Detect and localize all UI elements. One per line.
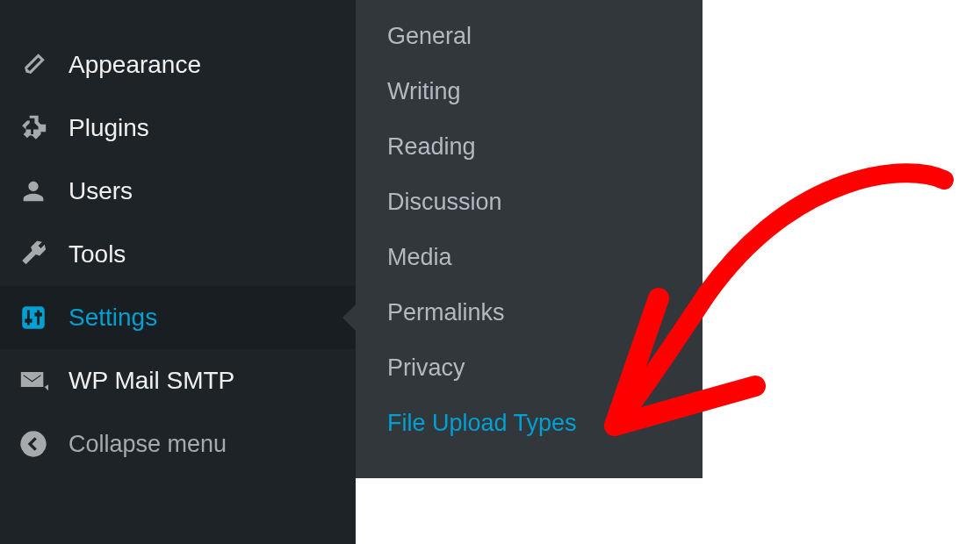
submenu-item-label: Reading — [387, 133, 476, 160]
sidebar-item-label: Appearance — [68, 51, 201, 79]
submenu-item-label: General — [387, 23, 472, 49]
submenu-item-discussion[interactable]: Discussion — [356, 175, 703, 230]
svg-point-5 — [20, 431, 46, 456]
sidebar-item-tools[interactable]: Tools — [0, 223, 356, 286]
svg-rect-3 — [25, 319, 32, 322]
submenu-item-privacy[interactable]: Privacy — [356, 340, 703, 396]
svg-rect-4 — [34, 312, 42, 316]
submenu-item-permalinks[interactable]: Permalinks — [356, 285, 703, 340]
submenu-item-reading[interactable]: Reading — [356, 119, 703, 175]
appearance-icon — [18, 49, 49, 81]
submenu-item-general[interactable]: General — [356, 9, 703, 64]
settings-submenu: General Writing Reading Discussion Media… — [356, 0, 703, 478]
admin-sidebar: Appearance Plugins Users Tools Settings … — [0, 0, 356, 544]
submenu-item-writing[interactable]: Writing — [356, 64, 703, 119]
settings-icon — [18, 302, 49, 333]
collapse-label: Collapse menu — [68, 431, 227, 458]
submenu-item-label: Discussion — [387, 189, 502, 215]
svg-rect-1 — [27, 311, 30, 326]
submenu-item-label: File Upload Types — [387, 410, 577, 436]
submenu-item-label: Privacy — [387, 354, 465, 381]
sidebar-item-label: Settings — [68, 304, 157, 332]
submenu-item-media[interactable]: Media — [356, 230, 703, 285]
sidebar-item-users[interactable]: Users — [0, 160, 356, 223]
sidebar-item-plugins[interactable]: Plugins — [0, 97, 356, 160]
collapse-menu-button[interactable]: Collapse menu — [0, 412, 356, 476]
submenu-item-file-upload-types[interactable]: File Upload Types — [356, 396, 703, 451]
submenu-item-label: Media — [387, 244, 452, 270]
sidebar-item-label: Users — [68, 177, 133, 205]
sidebar-item-label: WP Mail SMTP — [68, 367, 234, 395]
sidebar-item-settings[interactable]: Settings — [0, 286, 356, 349]
sidebar-item-label: Plugins — [68, 114, 149, 142]
svg-rect-2 — [37, 311, 40, 326]
sidebar-item-label: Tools — [68, 240, 126, 268]
mail-icon — [18, 365, 49, 397]
submenu-item-label: Permalinks — [387, 299, 505, 326]
submenu-item-label: Writing — [387, 78, 461, 104]
collapse-icon — [18, 428, 49, 460]
tools-icon — [18, 239, 49, 270]
svg-rect-0 — [22, 306, 45, 329]
plugins-icon — [18, 112, 49, 144]
sidebar-item-appearance[interactable]: Appearance — [0, 33, 356, 97]
users-icon — [18, 175, 49, 207]
sidebar-item-wp-mail-smtp[interactable]: WP Mail SMTP — [0, 349, 356, 412]
